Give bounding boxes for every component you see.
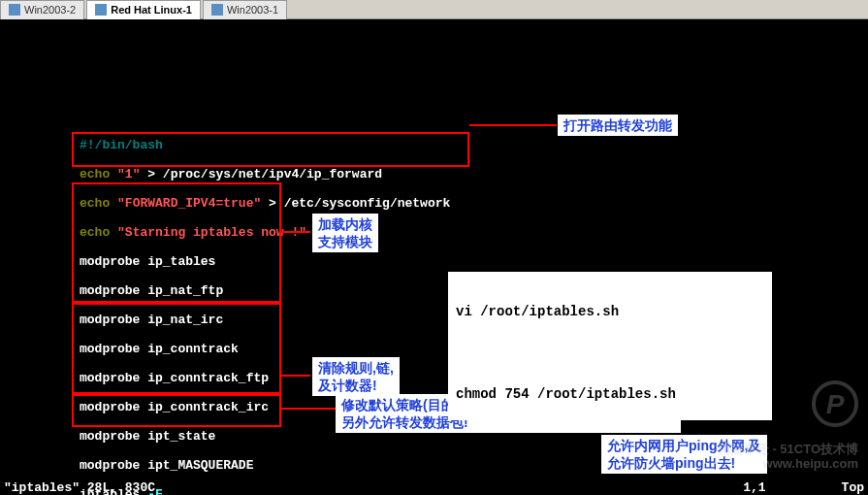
tab-label: Win2003-2 [24,4,76,16]
echo-arg: "FORWARD_IPV4=true" [117,196,261,211]
modprobe-line: modprobe ip_tables [80,254,215,269]
annotation-routing: 打开路由转发功能 [558,115,678,136]
annotation-modules: 加载内核 支持模块 [312,214,378,252]
tab-label: Win2003-1 [227,4,278,16]
connector-line [469,124,557,126]
tab-bar: Win2003-2 Red Hat Linux-1 Win2003-1 [0,0,868,19]
tab-redhat-linux-1[interactable]: Red Hat Linux-1 [86,0,201,19]
echo-cmd: echo [80,225,110,240]
vm-icon [9,4,20,16]
tab-win2003-1[interactable]: Win2003-1 [203,0,287,19]
watermark: P 情随事迁 - 51CTO技术博 www.heipu.com [719,366,858,485]
vm-icon [95,4,107,16]
terminal-view[interactable]: #!/bin/bash echo "1" > /proc/sys/net/ipv… [0,19,868,495]
echo-cmd: echo [80,167,110,182]
shebang: #!/bin/bash [80,138,163,152]
echo-cmd: echo [80,196,110,211]
status-file-info: "iptables" 28L, 830C [4,480,155,495]
modprobe-line: modprobe ip_conntrack [80,342,239,356]
echo-redir: > /etc/sysconfig/network [261,196,450,211]
modprobe-line: modprobe ipt_MASQUERADE [80,458,253,473]
echo-arg: "1" [117,167,140,182]
annotation-clear-rules: 清除规则,链, 及计数器! [312,357,400,396]
modprobe-line: modprobe ipt_state [80,429,215,444]
cmd-vi: vi /root/iptables.sh [456,305,764,319]
modprobe-line: modprobe ip_nat_ftp [80,283,223,298]
echo-arg: "Starning iptables now !" [117,225,306,240]
vm-icon [211,4,223,16]
modprobe-line: modprobe ip_conntrack_ftp [80,371,269,385]
echo-redir: > /proc/sys/net/ipv4/ip_forward [140,167,382,182]
modprobe-line: modprobe ip_nat_irc [80,313,223,327]
tab-label: Red Hat Linux-1 [111,4,192,16]
modprobe-line: modprobe ip_conntrack_irc [80,400,269,414]
tab-win2003-2[interactable]: Win2003-2 [0,0,84,19]
